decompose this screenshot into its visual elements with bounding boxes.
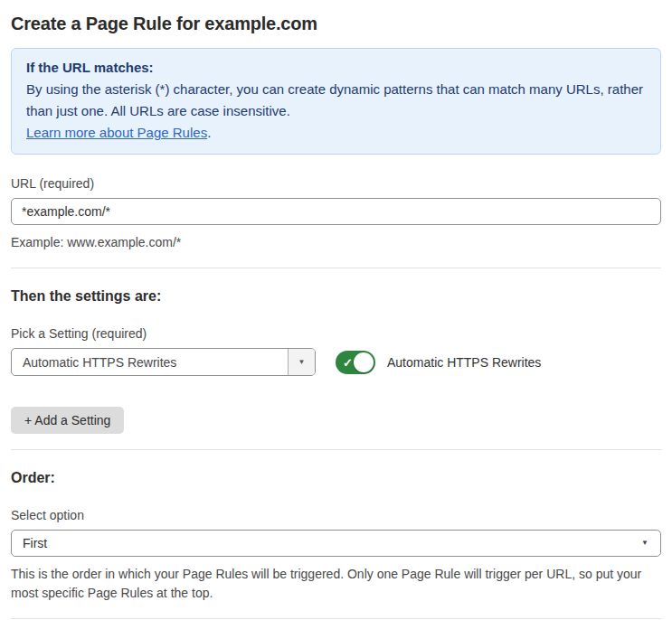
url-helper-text: Example: www.example.com/*	[11, 233, 661, 252]
order-select[interactable]: First ▼	[11, 530, 661, 557]
order-helper-text: This is the order in which your Page Rul…	[11, 565, 661, 603]
order-select-value: First	[23, 536, 47, 550]
order-section-heading: Order:	[11, 470, 661, 486]
toggle-label: Automatic HTTPS Rewrites	[387, 355, 541, 370]
setting-row: Automatic HTTPS Rewrites ▼ ✓ Automatic H…	[11, 348, 661, 376]
chevron-down-icon: ▼	[641, 540, 648, 547]
pick-setting-label: Pick a Setting (required)	[11, 326, 661, 341]
info-box-heading: If the URL matches:	[26, 57, 646, 79]
automatic-https-rewrites-toggle[interactable]: ✓	[336, 351, 375, 374]
check-icon: ✓	[343, 356, 353, 368]
divider	[11, 618, 661, 619]
info-box-body-text: By using the asterisk (*) character, you…	[26, 81, 643, 118]
setting-dropdown-arrow-button[interactable]: ▼	[288, 349, 315, 375]
page-title: Create a Page Rule for example.com	[11, 14, 661, 34]
setting-dropdown[interactable]: Automatic HTTPS Rewrites ▼	[11, 348, 316, 376]
learn-more-link[interactable]: Learn more about Page Rules	[26, 125, 207, 140]
chevron-down-icon: ▼	[298, 359, 306, 366]
add-setting-button[interactable]: + Add a Setting	[11, 407, 124, 434]
setting-dropdown-value: Automatic HTTPS Rewrites	[12, 349, 288, 375]
select-option-label: Select option	[11, 508, 661, 522]
url-label: URL (required)	[11, 176, 661, 191]
toggle-knob	[354, 352, 374, 372]
info-box-link-line: Learn more about Page Rules.	[26, 122, 646, 144]
divider	[11, 268, 661, 268]
url-input[interactable]	[11, 198, 661, 225]
link-suffix: .	[207, 125, 211, 140]
create-page-rule-form: Create a Page Rule for example.com If th…	[0, 14, 672, 620]
settings-section-heading: Then the settings are:	[11, 288, 661, 305]
info-box-body: By using the asterisk (*) character, you…	[26, 79, 646, 122]
divider	[11, 449, 661, 450]
url-match-info-box: If the URL matches: By using the asteris…	[11, 48, 661, 155]
